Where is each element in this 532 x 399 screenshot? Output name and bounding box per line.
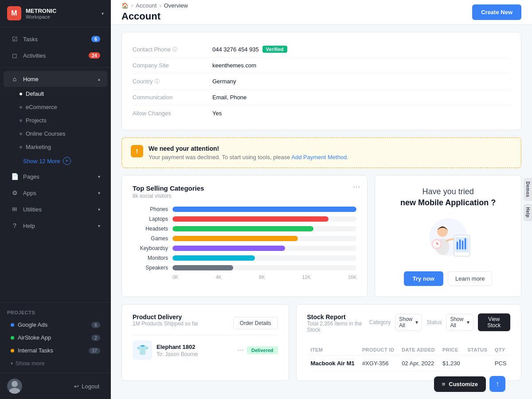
axis-label: 0K	[172, 274, 178, 280]
project-dot-icon	[11, 349, 14, 352]
create-new-button[interactable]: Create New	[472, 4, 521, 20]
bar-chart: Phones Laptops Headsets Games Keyboardsy	[133, 206, 356, 271]
chart-menu-icon[interactable]: ⋯	[353, 183, 360, 191]
col-product-id: PRODUCT ID	[359, 344, 398, 356]
home-chevron-icon: ▴	[98, 77, 100, 82]
subnav-projects[interactable]: Projects	[16, 114, 107, 127]
sidebar-item-tasks[interactable]: ☑ Tasks 6	[4, 31, 107, 47]
utilities-chevron-icon: ▾	[98, 207, 100, 212]
customize-button[interactable]: ≡ Customize	[434, 376, 486, 392]
content-area: Contact Phone ⓘ 044 3276 454 935 Verifie…	[111, 25, 532, 399]
view-stock-button[interactable]: View Stock	[478, 313, 511, 331]
col-status: STATUS	[464, 344, 491, 356]
svg-point-4	[437, 227, 448, 237]
user-avatar	[7, 379, 22, 394]
projects-section: Projects Google Ads 6 AirStoke App 2 Int…	[0, 306, 111, 373]
bar-label: Laptops	[133, 216, 168, 222]
company-site-row: Company Site keenthemes.com	[133, 58, 510, 74]
subnav-marketing[interactable]: Marketing	[16, 141, 107, 153]
sidebar-item-apps[interactable]: ⚙ Apps ▾	[4, 185, 107, 201]
demos-tab[interactable]: Demos	[524, 178, 532, 201]
customize-bar: ≡ Customize ↑	[434, 376, 505, 392]
show-more-projects-button[interactable]: ▾ Show more	[7, 357, 104, 369]
app-action-buttons: Try now Learn more	[404, 271, 493, 286]
subnav-dot	[20, 106, 22, 109]
breadcrumb: 🏠 › Account › Overview	[121, 2, 188, 9]
plus-icon: +	[63, 157, 71, 165]
customize-icon: ≡	[442, 381, 446, 387]
chevron-down-icon: ▾	[415, 319, 418, 325]
col-item: ITEM	[307, 344, 359, 356]
subnav-dot	[20, 133, 22, 135]
tasks-icon: ☑	[11, 35, 19, 43]
bar-track	[172, 236, 356, 241]
topbar: 🏠 › Account › Overview Account Create Ne…	[111, 0, 532, 25]
mobile-app-card: Have you tried new Mobile Application ?	[375, 175, 521, 297]
status-filter-select[interactable]: Show All ▾	[446, 314, 473, 331]
product-image: 👕	[133, 340, 152, 360]
home-icon: ⌂	[11, 75, 19, 83]
subnav-dot	[20, 146, 22, 149]
country-label: Country ⓘ	[133, 78, 212, 85]
sidebar-item-utilities[interactable]: ✉ Utilities ▾	[4, 201, 107, 217]
sidebar-header: M METRONIC Workspace ▾	[0, 0, 111, 27]
info-icon: ⓘ	[172, 46, 177, 53]
product-info: Elephant 1802 To: Jason Bourne	[156, 344, 237, 357]
cell-item: Macbook Air M1	[307, 356, 359, 372]
stock-title: Stock Report	[307, 313, 369, 321]
subnav-default[interactable]: Default	[16, 87, 107, 100]
stock-table: ITEM PRODUCT ID DATE ADDED PRICE STATUS …	[307, 344, 511, 372]
logout-icon: ↩	[74, 383, 79, 390]
svg-rect-10	[464, 239, 466, 250]
svg-rect-7	[456, 242, 458, 250]
delivered-badge: Delivered	[247, 346, 278, 354]
contact-phone-label: Contact Phone ⓘ	[133, 46, 212, 53]
bar-track	[172, 207, 356, 212]
subnav-ecommerce[interactable]: eCommerce	[16, 101, 107, 113]
sidebar-item-activities[interactable]: ◻ Activities 24	[4, 47, 107, 63]
apps-chevron-icon: ▾	[98, 191, 100, 196]
sidebar-item-help[interactable]: ? Help ▾	[4, 218, 107, 234]
bar-label: Speakers	[133, 265, 168, 271]
contact-phone-row: Contact Phone ⓘ 044 3276 454 935 Verifie…	[133, 41, 510, 58]
project-google-ads[interactable]: Google Ads 6	[7, 319, 104, 331]
category-filter-select[interactable]: Show All ▾	[395, 314, 422, 331]
project-internal-tasks[interactable]: Internal Tasks 37	[7, 344, 104, 356]
home-breadcrumb-icon[interactable]: 🏠	[121, 2, 129, 9]
try-now-button[interactable]: Try now	[404, 271, 443, 286]
logout-button[interactable]: ↩ Logout	[70, 380, 104, 392]
product-delivery-card: Product Delivery 1M Products Shipped so …	[121, 304, 289, 381]
bar-fill	[172, 265, 233, 270]
learn-more-button[interactable]: Learn more	[448, 271, 492, 286]
subnav-dot	[20, 119, 22, 122]
chart-title: Top Selling Categories	[133, 184, 356, 192]
table-row: Macbook Air M1 #XGY-356 02 Apr, 2022 $1,…	[307, 356, 511, 372]
sidebar-toggle-icon[interactable]: ▾	[102, 11, 104, 16]
cell-date: 02 Apr, 2022	[398, 356, 439, 372]
axis-label: 12K	[302, 274, 311, 280]
project-airstoke[interactable]: AirStoke App 2	[7, 332, 104, 344]
bar-fill	[172, 207, 356, 212]
sidebar-item-home[interactable]: ⌂ Home ▴	[4, 71, 107, 87]
add-payment-method-link[interactable]: Add Payment Method	[291, 154, 347, 160]
right-panel: Demos Help	[524, 178, 532, 221]
product-menu-icon[interactable]: ⋯	[237, 347, 243, 354]
sidebar: M METRONIC Workspace ▾ ☑ Tasks 6 ◻ Activ…	[0, 0, 111, 399]
bar-fill	[172, 216, 329, 222]
utilities-icon: ✉	[11, 205, 19, 213]
scroll-top-button[interactable]: ↑	[489, 376, 505, 392]
stock-filters: Category Show All ▾ Status Show All ▾ Vi…	[369, 313, 510, 331]
cell-status	[464, 356, 491, 372]
help-tab[interactable]: Help	[524, 203, 532, 221]
communication-row: Communication Email, Phone	[133, 90, 510, 106]
pages-chevron-icon: ▾	[98, 174, 100, 179]
axis-label: 8K	[259, 274, 265, 280]
bar-fill	[172, 246, 285, 251]
show-more-button[interactable]: Show 12 More +	[16, 154, 107, 168]
activities-icon: ◻	[11, 51, 19, 59]
sidebar-item-pages[interactable]: 📄 Pages ▾	[4, 168, 107, 184]
alert-card: ! We need your attention! Your payment w…	[121, 137, 521, 168]
bar-label: Phones	[133, 206, 168, 212]
order-details-button[interactable]: Order Details	[233, 317, 278, 329]
subnav-online-courses[interactable]: Online Courses	[16, 127, 107, 140]
